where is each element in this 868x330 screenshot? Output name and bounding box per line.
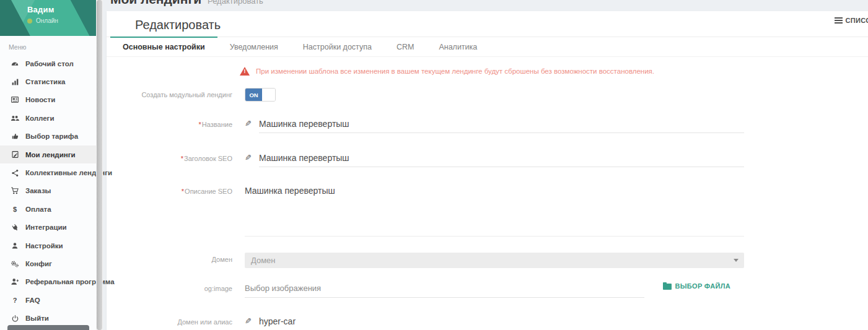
sidebar-item-label: Выбор тарифа <box>25 132 78 140</box>
sidebar-item-label: Статистика <box>25 78 65 85</box>
landing-edit-icon <box>9 150 21 158</box>
folder-icon <box>663 284 672 290</box>
required-asterisk: * <box>182 188 184 195</box>
pencil-icon: ✎ <box>245 316 252 326</box>
warning-text: При изменении шаблона все изменения в ва… <box>256 67 654 75</box>
field-label: Домен или алиас <box>177 318 232 326</box>
user-plus-icon <box>9 277 21 286</box>
choose-file-button[interactable]: ВЫБОР ФАЙЛА <box>663 282 731 290</box>
sidebar-item-config[interactable]: Конфиг <box>0 254 96 272</box>
question-icon: ? <box>9 297 21 304</box>
sidebar-item-news[interactable]: Новости <box>0 91 96 109</box>
dashboard-icon <box>9 59 21 68</box>
sidebar-item-referral-program[interactable]: Реферальная программа <box>0 273 96 291</box>
form-row-domain: Домен Домен <box>107 253 744 268</box>
field-label: Заголовок SEO <box>184 155 232 162</box>
sidebar-item-integrations[interactable]: Интеграции <box>0 219 96 237</box>
edit-card: Редактировать список Основные настройки … <box>107 11 868 330</box>
tab-notifications[interactable]: Уведомления <box>217 37 291 56</box>
og-image-input[interactable]: Выбор изображения <box>245 282 644 298</box>
domain-select[interactable]: Домен <box>245 253 744 268</box>
form-row-seo-description: *Описание SEO Машинка перевертыш <box>107 185 744 237</box>
dollar-icon: $ <box>9 206 21 213</box>
seo-description-textarea[interactable]: Машинка перевертыш <box>245 185 744 237</box>
sidebar-item-collective-landings[interactable]: Коллективные лендинги <box>0 163 96 181</box>
field-label: Создать модульный лендинг <box>107 88 240 98</box>
bar-chart-icon <box>9 78 21 86</box>
field-label: og:image <box>204 285 232 292</box>
field-label: Название <box>202 121 232 128</box>
form-row-name: *Название ✎ <box>107 118 744 133</box>
pencil-icon: ✎ <box>245 119 252 128</box>
choose-file-label: ВЫБОР ФАЙЛА <box>675 282 731 290</box>
name-input[interactable] <box>259 118 744 133</box>
sidebar-item-label: Коллеги <box>25 115 54 122</box>
sidebar-item-label: FAQ <box>25 297 40 304</box>
power-icon <box>9 315 21 323</box>
required-asterisk: * <box>181 155 183 162</box>
required-asterisk: * <box>199 121 201 128</box>
tab-main-settings[interactable]: Основные настройки <box>110 37 217 56</box>
sidebar-item-label: Настройки <box>25 242 63 250</box>
card-title: Редактировать <box>135 18 221 32</box>
cart-icon <box>9 186 21 195</box>
tab-access-settings[interactable]: Настройки доступа <box>291 37 384 56</box>
sidebar-item-tariff[interactable]: Выбор тарифа <box>0 128 96 145</box>
sidebar-item-payment[interactable]: $ Оплата <box>0 200 96 218</box>
tab-crm[interactable]: CRM <box>384 37 426 56</box>
pencil-icon: ✎ <box>245 153 252 162</box>
gears-icon <box>9 259 21 268</box>
tab-content: При изменении шаблона все изменения в ва… <box>107 67 868 330</box>
form-row-og-image: og:image Выбор изображения ВЫБОР ФАЙЛА <box>107 282 744 298</box>
list-view-button[interactable]: список <box>835 17 868 24</box>
sidebar-item-label: Выйти <box>25 315 49 322</box>
users-icon <box>9 114 21 123</box>
plug-icon <box>9 224 21 232</box>
sidebar-item-label: Рабочий стол <box>25 60 74 67</box>
thumbs-up-icon <box>9 132 21 141</box>
sidebar-item-statistics[interactable]: Статистика <box>0 72 96 90</box>
alias-input[interactable] <box>259 315 744 330</box>
sidebar-item-label: Интеграции <box>25 224 67 231</box>
sidebar-item-colleagues[interactable]: Коллеги <box>0 109 96 127</box>
user-panel: Вадим Онлайн <box>0 0 96 36</box>
page-title: Мои лендинги <box>110 0 201 6</box>
user-status-label: Онлайн <box>36 17 58 24</box>
sidebar: Вадим Онлайн Меню Рабочий стол Статистик… <box>0 0 96 330</box>
menu-section-label: Меню <box>9 43 96 51</box>
sidebar-item-orders[interactable]: Заказы <box>0 182 96 200</box>
page-subtitle: Редактировать <box>208 0 263 6</box>
sidebar-item-label: Новости <box>25 96 55 103</box>
sidebar-scrollbar[interactable] <box>96 0 103 330</box>
sidebar-menu: Рабочий стол Статистика Новости Коллеги … <box>0 54 96 328</box>
sidebar-item-label: Мои лендинги <box>25 151 76 158</box>
sidebar-item-label: Заказы <box>25 187 51 194</box>
form-row-alias: Домен или алиас ✎ <box>107 315 744 330</box>
form-row-seo-title: *Заголовок SEO ✎ <box>107 152 744 167</box>
toggle-on-label: ON <box>245 89 262 101</box>
seo-title-input[interactable] <box>259 152 744 167</box>
newspaper-icon <box>9 95 21 104</box>
user-icon <box>9 242 21 250</box>
field-label: Описание SEO <box>185 188 232 195</box>
warning-banner: При изменении шаблона все изменения в ва… <box>240 67 744 76</box>
toggle-knob <box>262 89 275 101</box>
form-row-modular-toggle: Создать модульный лендинг ON <box>107 88 744 102</box>
modular-landing-toggle[interactable]: ON <box>245 88 276 102</box>
sidebar-item-dashboard[interactable]: Рабочий стол <box>0 54 96 72</box>
sidebar-item-my-landings[interactable]: Мои лендинги <box>0 145 96 163</box>
tab-analytics[interactable]: Аналитика <box>426 37 489 56</box>
scrollbar-thumb[interactable] <box>97 0 102 330</box>
field-label: Домен <box>212 256 232 263</box>
card-header: Редактировать список <box>107 11 868 37</box>
list-button-label: список <box>846 17 868 24</box>
sidebar-item-label: Конфиг <box>25 260 52 267</box>
online-status-dot <box>27 19 32 24</box>
tab-bar: Основные настройки Уведомления Настройки… <box>107 37 868 57</box>
domain-select-value: Домен <box>251 256 276 265</box>
sidebar-item-settings[interactable]: Настройки <box>0 237 96 254</box>
sidebar-item-label: Оплата <box>25 206 51 213</box>
page-header: Мои лендингиРедактировать <box>110 0 263 6</box>
sidebar-bottom-bar <box>7 325 89 330</box>
sidebar-item-faq[interactable]: ? FAQ <box>0 291 96 309</box>
